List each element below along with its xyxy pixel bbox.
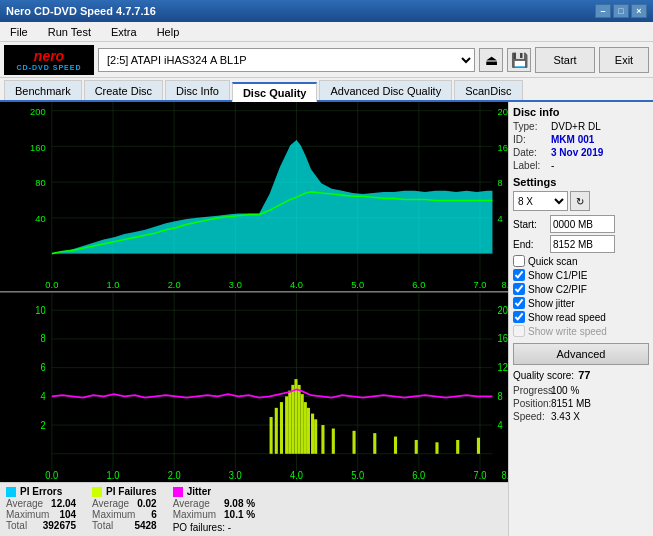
main-content: 200 160 80 40 20 16 8 4 0.0 1.0 2.0 3.0 … [0,102,653,536]
svg-text:4: 4 [498,419,504,431]
svg-text:4.0: 4.0 [290,469,303,481]
minimize-button[interactable]: – [595,4,611,18]
svg-text:20: 20 [498,304,508,316]
right-panel: Disc info Type: DVD+R DL ID: MKM 001 Dat… [508,102,653,536]
svg-text:3.0: 3.0 [229,279,242,290]
quality-value: 77 [578,369,590,381]
legend-area: PI Errors Average 12.04 Maximum 104 Tota… [0,482,508,536]
start-mb-input[interactable] [550,215,615,233]
tab-disc-info[interactable]: Disc Info [165,80,230,100]
menu-file[interactable]: File [4,24,34,40]
svg-text:8: 8 [498,390,504,402]
advanced-button[interactable]: Advanced [513,343,649,365]
svg-text:4.0: 4.0 [290,279,303,290]
speed-select[interactable]: 8 X [513,191,568,211]
start-mb-row: Start: [513,215,649,233]
save-icon[interactable]: 💾 [507,48,531,72]
show-jitter-row: Show jitter [513,297,649,309]
chart-panel: 200 160 80 40 20 16 8 4 0.0 1.0 2.0 3.0 … [0,102,508,536]
show-c2pif-row: Show C2/PIF [513,283,649,295]
title-bar: Nero CD-DVD Speed 4.7.7.16 – □ × [0,0,653,22]
svg-text:6.0: 6.0 [412,279,425,290]
close-button[interactable]: × [631,4,647,18]
svg-rect-87 [477,437,480,453]
start-button[interactable]: Start [535,47,595,73]
jitter-color [173,487,183,497]
svg-rect-67 [275,407,278,453]
quick-scan-checkbox[interactable] [513,255,525,267]
progress-row: Progress: 100 % [513,385,649,396]
show-c1pie-checkbox[interactable] [513,269,525,281]
disc-info-title: Disc info [513,106,649,118]
quality-section: Quality score: 77 [513,369,649,381]
menu-extra[interactable]: Extra [105,24,143,40]
svg-text:4: 4 [498,213,504,224]
maximize-button[interactable]: □ [613,4,629,18]
disc-date-row: Date: 3 Nov 2019 [513,147,649,158]
disc-label-row: Label: - [513,160,649,171]
speed-row-progress: Speed: 3.43 X [513,411,649,422]
svg-text:16: 16 [498,332,508,344]
drive-select[interactable]: [2:5] ATAPI iHAS324 A BL1P [98,48,475,72]
chart-bottom: 10 8 6 4 2 20 16 12 8 4 0.0 1.0 2.0 3.0 … [0,293,508,483]
svg-text:16: 16 [498,142,508,153]
svg-rect-66 [270,417,273,454]
menu-bar: File Run Test Extra Help [0,22,653,42]
svg-text:1.0: 1.0 [107,469,120,481]
svg-rect-78 [314,419,317,453]
title-text: Nero CD-DVD Speed 4.7.7.16 [6,5,595,17]
eject-icon[interactable]: ⏏ [479,48,503,72]
svg-rect-69 [285,396,288,453]
svg-rect-71 [291,384,294,453]
disc-label-value: - [551,160,554,171]
svg-text:2: 2 [40,419,45,431]
settings-title: Settings [513,176,649,188]
svg-text:3.0: 3.0 [229,469,242,481]
svg-text:6: 6 [40,361,46,373]
svg-rect-75 [304,402,307,454]
position-row: Position: 8151 MB [513,398,649,409]
show-c1pie-row: Show C1/PIE [513,269,649,281]
exit-button[interactable]: Exit [599,47,649,73]
tab-disc-quality[interactable]: Disc Quality [232,82,318,102]
show-read-speed-checkbox[interactable] [513,311,525,323]
menu-help[interactable]: Help [151,24,186,40]
tab-advanced-disc-quality[interactable]: Advanced Disc Quality [319,80,452,100]
refresh-button[interactable]: ↻ [570,191,590,211]
svg-rect-85 [435,442,438,453]
svg-text:5.0: 5.0 [351,279,364,290]
jitter-label: Jitter [187,486,211,497]
svg-text:8.0: 8.0 [502,279,508,290]
svg-rect-76 [307,407,310,453]
svg-rect-79 [321,425,324,454]
show-write-speed-checkbox[interactable] [513,325,525,337]
svg-text:4: 4 [40,390,46,402]
svg-text:20: 20 [498,106,508,117]
svg-text:12: 12 [498,361,508,373]
tab-benchmark[interactable]: Benchmark [4,80,82,100]
svg-text:8: 8 [498,177,503,188]
nero-logo: nero CD-DVD SPEED [4,45,94,75]
pi-errors-label: PI Errors [20,486,62,497]
svg-rect-82 [373,433,376,454]
disc-type-row: Type: DVD+R DL [513,121,649,132]
tab-create-disc[interactable]: Create Disc [84,80,163,100]
menu-run-test[interactable]: Run Test [42,24,97,40]
svg-text:7.0: 7.0 [474,469,487,481]
svg-text:2.0: 2.0 [168,279,181,290]
svg-rect-74 [301,394,304,454]
tab-bar: Benchmark Create Disc Disc Info Disc Qua… [0,78,653,102]
pi-failures-color [92,487,102,497]
show-c2pif-checkbox[interactable] [513,283,525,295]
svg-text:0.0: 0.0 [45,279,58,290]
show-jitter-checkbox[interactable] [513,297,525,309]
svg-rect-68 [280,402,283,454]
svg-text:8: 8 [40,332,46,344]
svg-text:80: 80 [35,177,45,188]
end-mb-input[interactable] [550,235,615,253]
svg-text:2.0: 2.0 [168,469,181,481]
tab-scan-disc[interactable]: ScanDisc [454,80,522,100]
progress-section: Progress: 100 % Position: 8151 MB Speed:… [513,385,649,422]
svg-text:200: 200 [30,106,46,117]
pi-failures-label: PI Failures [106,486,157,497]
